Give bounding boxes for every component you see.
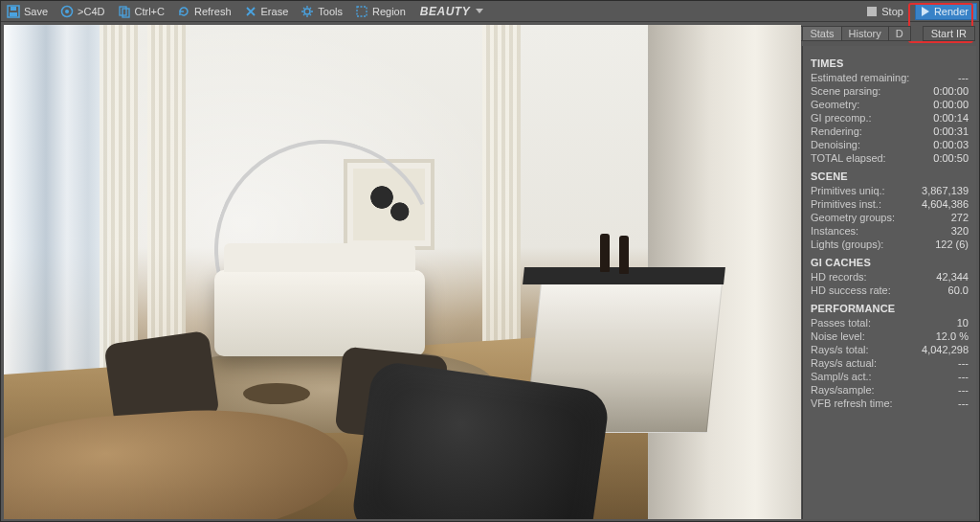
stat-row: Scene parsing:0:00:00 [811, 84, 969, 98]
tab-d[interactable]: D [888, 26, 911, 41]
tools-icon [300, 4, 315, 19]
stat-row: Lights (groups):122 (6) [811, 238, 969, 251]
stat-row: Passes total:10 [811, 316, 969, 329]
tab-history[interactable]: History [841, 26, 889, 41]
tools-button[interactable]: Tools [297, 3, 349, 20]
stat-row: VFB refresh time:--- [811, 397, 969, 410]
stat-row: Rays/s total:4,042,298 [811, 343, 969, 356]
stat-row: Rays/sample:--- [811, 383, 969, 397]
section-scene: SCENE [811, 170, 969, 182]
tools-label: Tools [318, 6, 343, 17]
toolbar: Save >C4D Ctrl+C Refresh Erase [1, 1, 979, 22]
erase-icon [243, 4, 258, 19]
section-performance: PERFORMANCE [811, 303, 969, 314]
refresh-button[interactable]: Refresh [173, 3, 238, 20]
save-label: Save [24, 6, 48, 17]
stat-row: Geometry groups:272 [811, 211, 969, 224]
stat-row: Primitives inst.:4,604,386 [811, 197, 969, 211]
erase-label: Erase [261, 6, 289, 17]
svg-rect-1 [10, 12, 17, 16]
chevron-down-icon[interactable] [476, 9, 483, 13]
tab-stats[interactable]: Stats [802, 26, 841, 41]
render-image [4, 25, 801, 519]
stat-row: Rays/s actual:--- [811, 356, 969, 370]
refresh-label: Refresh [194, 6, 232, 17]
stat-row: Instances:320 [811, 224, 969, 238]
stat-row: Noise level:12.0 % [811, 329, 969, 343]
stats-panel: TIMES Estimated remaining:--- Scene pars… [802, 46, 976, 519]
refresh-icon [176, 4, 191, 19]
erase-button[interactable]: Erase [240, 3, 296, 20]
vfb-window: Save >C4D Ctrl+C Refresh Erase [0, 0, 980, 522]
to-c4d-button[interactable]: >C4D [56, 3, 111, 20]
render-button[interactable]: Render [915, 3, 977, 20]
stat-row: Denoising:0:00:03 [811, 138, 969, 151]
svg-point-7 [304, 9, 310, 14]
copy-icon [117, 4, 132, 19]
copy-label: Ctrl+C [135, 6, 165, 17]
render-label: Render [934, 6, 969, 17]
stat-row: HD success rate:60.0 [811, 284, 969, 297]
stop-label: Stop [881, 6, 903, 17]
play-icon [922, 7, 929, 16]
start-ir-button[interactable]: Start IR [923, 26, 975, 41]
section-times: TIMES [811, 57, 969, 69]
c4d-label: >C4D [78, 6, 104, 17]
region-button[interactable]: Region [351, 3, 412, 20]
stat-row: Estimated remaining:--- [811, 71, 969, 84]
channel-dropdown[interactable]: BEAUTY [420, 5, 470, 18]
svg-point-4 [65, 10, 69, 13]
region-label: Region [372, 6, 406, 17]
stat-row: Geometry:0:00:00 [811, 98, 969, 111]
stat-row: TOTAL elapsed:0:00:50 [811, 151, 969, 165]
stat-row: Primitives uniq.:3,867,139 [811, 184, 969, 197]
stop-button[interactable]: Stop [863, 3, 911, 20]
stat-row: HD records:42,344 [811, 270, 969, 284]
section-gicaches: GI CACHES [811, 257, 969, 268]
save-button[interactable]: Save [3, 3, 55, 20]
c4d-icon [59, 4, 75, 19]
stat-row: Sampl/s act.:--- [811, 370, 969, 383]
svg-rect-8 [357, 7, 367, 16]
copy-button[interactable]: Ctrl+C [114, 3, 171, 20]
render-viewport[interactable] [4, 25, 801, 519]
svg-rect-2 [11, 7, 16, 11]
stop-icon [867, 7, 877, 16]
stat-row: GI precomp.:0:00:14 [811, 111, 969, 125]
save-icon [6, 4, 21, 19]
stat-row: Rendering:0:00:31 [811, 125, 969, 138]
region-icon [354, 4, 369, 19]
